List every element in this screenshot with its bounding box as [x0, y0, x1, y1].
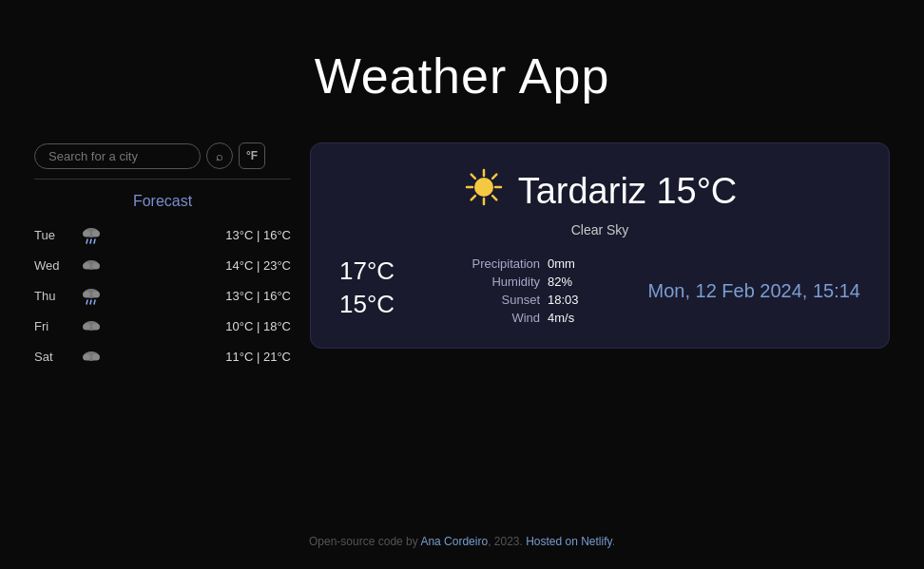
svg-point-17	[92, 324, 100, 331]
humidity-value: 82%	[548, 275, 572, 289]
forecast-day-wed: Wed	[34, 258, 67, 273]
wind-label: Wind	[464, 311, 540, 325]
weather-card-header: Tardariz 15°C	[339, 166, 860, 217]
forecast-icon-cloud-fri	[67, 316, 115, 335]
svg-point-20	[92, 354, 100, 361]
forecast-temps-fri: 10°C | 18°C	[225, 319, 291, 333]
search-row: ⌕ °F	[34, 142, 291, 180]
svg-line-28	[492, 175, 496, 179]
city-name: Tardariz	[518, 171, 657, 211]
svg-point-11	[92, 292, 100, 298]
sky-condition: Clear Sky	[339, 222, 860, 237]
main-content: ⌕ °F Forecast Tue 13°C	[34, 142, 890, 370]
forecast-item-sat: Sat 11°C | 21°C	[34, 343, 291, 370]
svg-line-14	[94, 300, 95, 304]
svg-line-12	[87, 300, 87, 304]
app-title: Weather App	[315, 47, 610, 104]
forecast-temps-tue: 13°C | 16°C	[225, 228, 291, 242]
forecast-item-wed: Wed 14°C | 23°C	[34, 252, 291, 278]
footer-author: Ana Cordeiro	[420, 535, 488, 548]
current-temps-block: 17°C 15°C	[339, 256, 395, 319]
svg-line-5	[94, 239, 95, 243]
forecast-icon-rain-thu	[67, 286, 115, 305]
footer: Open-source code by Ana Cordeiro, 2023. …	[309, 535, 615, 548]
svg-line-29	[471, 196, 474, 199]
main-temp: 15°C	[656, 171, 737, 211]
forecast-icon-cloud-wed	[67, 256, 115, 275]
svg-line-26	[471, 175, 474, 179]
forecast-icon-rain	[67, 225, 115, 244]
svg-line-3	[87, 239, 87, 243]
left-panel: ⌕ °F Forecast Tue 13°C	[34, 142, 291, 370]
svg-point-2	[92, 231, 100, 237]
stat-wind: Wind 4m/s	[464, 311, 579, 325]
svg-point-16	[83, 324, 90, 331]
svg-line-27	[492, 196, 496, 199]
svg-point-7	[83, 263, 90, 270]
svg-point-8	[92, 263, 100, 270]
humidity-label: Humidity	[464, 275, 540, 289]
stat-precipitation: Precipitation 0mm	[464, 256, 579, 271]
forecast-item-fri: Fri 10°C | 18°C	[34, 313, 291, 339]
forecast-temps-sat: 11°C | 21°C	[225, 350, 291, 364]
sunset-value: 18:03	[548, 293, 579, 307]
sun-icon	[463, 166, 505, 217]
forecast-temps-thu: 13°C | 16°C	[225, 289, 291, 303]
datetime-display: Mon, 12 Feb 2024, 15:14	[647, 280, 860, 302]
footer-host: Hosted on Netlify	[526, 535, 612, 548]
stat-sunset: Sunset 18:03	[464, 293, 579, 307]
forecast-item-thu: Thu 13°C | 16°C	[34, 282, 291, 309]
svg-line-4	[90, 239, 91, 243]
forecast-day-thu: Thu	[34, 289, 67, 303]
current-high: 17°C	[339, 256, 395, 286]
forecast-list: Tue 13°C | 16°C Wed	[34, 221, 291, 370]
forecast-temps-wed: 14°C | 23°C	[225, 258, 291, 273]
forecast-day-tue: Tue	[34, 228, 67, 242]
search-input[interactable]	[34, 143, 201, 169]
precipitation-label: Precipitation	[464, 256, 540, 271]
forecast-day-sat: Sat	[34, 350, 67, 364]
city-temp-display: Tardariz 15°C	[518, 171, 738, 212]
weather-details-row: 17°C 15°C Precipitation 0mm Humidity 82%…	[339, 256, 860, 325]
search-button[interactable]: ⌕	[206, 142, 233, 169]
search-icon: ⌕	[216, 149, 223, 163]
precipitation-value: 0mm	[548, 256, 575, 271]
weather-stats: Precipitation 0mm Humidity 82% Sunset 18…	[464, 256, 579, 325]
svg-point-21	[474, 178, 493, 197]
forecast-item-tue: Tue 13°C | 16°C	[34, 221, 291, 248]
forecast-day-fri: Fri	[34, 319, 67, 333]
svg-point-19	[83, 354, 90, 361]
current-low: 15°C	[339, 290, 395, 319]
svg-line-13	[90, 300, 91, 304]
weather-card: Tardariz 15°C Clear Sky 17°C 15°C Precip…	[310, 142, 890, 349]
unit-toggle-button[interactable]: °F	[239, 142, 265, 169]
wind-value: 4m/s	[548, 311, 574, 325]
footer-text: Open-source code by Ana Cordeiro, 2023. …	[309, 535, 615, 548]
svg-point-1	[83, 231, 90, 237]
svg-point-10	[83, 292, 90, 298]
stat-humidity: Humidity 82%	[464, 275, 579, 289]
sunset-label: Sunset	[464, 293, 540, 307]
forecast-icon-cloud-sat	[67, 347, 115, 366]
forecast-title: Forecast	[34, 193, 291, 210]
